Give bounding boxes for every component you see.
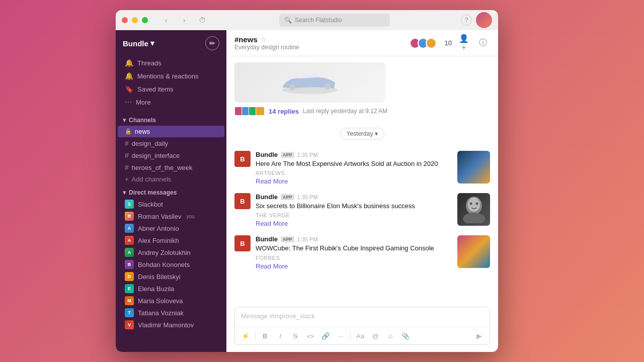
close-button[interactable] — [122, 17, 128, 23]
message-input[interactable] — [235, 307, 490, 325]
bundle-avatar: B — [234, 235, 251, 251]
dm-alex[interactable]: A Alex Fominikh — [118, 234, 224, 246]
shoe-preview-image — [234, 62, 385, 103]
msg-sender: Bundle — [256, 235, 278, 243]
cube-image — [457, 235, 490, 268]
dm-bohdan[interactable]: B Bohdan Kononets — [118, 258, 224, 270]
read-more-link[interactable]: Read More — [256, 262, 452, 270]
sidebar-item-saved[interactable]: 🔖 Saved items — [118, 82, 224, 96]
compose-button[interactable]: ✏ — [205, 36, 219, 50]
tatiana-avatar: T — [125, 308, 134, 317]
emoji-button[interactable]: ☺ — [384, 329, 397, 342]
channels-label: Channels — [129, 117, 156, 124]
maximize-button[interactable] — [142, 17, 148, 23]
app-badge: APP — [281, 194, 294, 200]
attach-button[interactable]: 📎 — [399, 329, 412, 342]
dm-name: Abner Antonio — [138, 225, 179, 232]
help-button[interactable]: ? — [461, 15, 472, 26]
back-button[interactable]: ‹ — [160, 14, 172, 26]
sidebar-item-mentions[interactable]: 🔔 Mentions & reactions — [118, 69, 224, 82]
hash-icon: # — [125, 163, 129, 171]
hash-icon: # — [125, 139, 129, 147]
sidebar-item-design-interface[interactable]: # design_interface — [118, 149, 224, 161]
svg-point-7 — [475, 203, 478, 205]
mentions-icon: 🔔 — [125, 72, 133, 80]
app-badge: APP — [281, 152, 294, 158]
italic-button[interactable]: I — [274, 329, 287, 342]
search-bar: 🔍 Search Flatstudio — [212, 14, 457, 27]
shortcuts-button[interactable]: ⚡ — [239, 329, 252, 342]
star-icon[interactable]: ☆ — [261, 36, 267, 43]
sidebar-item-more[interactable]: ⋯ More — [118, 96, 224, 109]
read-more-link[interactable]: Read More — [256, 220, 452, 227]
sidebar-item-design-daily[interactable]: # design_daily — [118, 137, 224, 149]
bold-button[interactable]: B — [259, 329, 272, 342]
dm-section-header[interactable]: ▾ Direct messages — [116, 185, 226, 198]
sidebar-header: Bundle ▾ ✏ — [116, 30, 226, 54]
you-badge: you — [186, 214, 194, 219]
mention-button[interactable]: @ — [369, 329, 382, 342]
dm-vladimir[interactable]: V Vladimir Mamontov — [118, 319, 224, 331]
header-actions: 10 👤+ ⓘ — [410, 36, 490, 50]
dm-slackbot[interactable]: S Slackbot — [118, 198, 224, 210]
strikethrough-button[interactable]: S — [289, 329, 302, 342]
workspace-name[interactable]: Bundle ▾ — [123, 39, 154, 48]
input-toolbar: ⚡ B I S <> 🔗 ··· Aa @ ☺ 📎 ▶ — [235, 327, 490, 344]
message-header: Bundle APP 1:35 PM — [256, 193, 452, 201]
msg-sender: Bundle — [256, 193, 278, 201]
message-input-box: ⚡ B I S <> 🔗 ··· Aa @ ☺ 📎 ▶ — [234, 307, 490, 345]
sidebar-item-news[interactable]: 🔒 news — [118, 126, 224, 137]
sidebar-item-threads[interactable]: 🔔 Threads — [118, 56, 224, 69]
svg-point-4 — [468, 198, 480, 212]
channel-name: design_interface — [132, 152, 180, 159]
roman-avatar: R — [125, 212, 134, 221]
sidebar-item-label: Saved items — [137, 85, 174, 93]
message-body: Bundle APP 1:35 PM Here Are The Most Exp… — [256, 151, 452, 185]
dm-denis[interactable]: D Denis Biletskyi — [118, 270, 224, 283]
channel-name: #news — [234, 35, 258, 44]
table-row: B Bundle APP 1:35 PM WOWCube: The First … — [226, 230, 498, 273]
dm-name: Bohdan Kononets — [138, 261, 190, 268]
msg-sender: Bundle — [256, 151, 278, 158]
dm-abner[interactable]: A Abner Antonio — [118, 222, 224, 234]
dm-roman[interactable]: R Roman Vasilev you — [118, 210, 224, 222]
date-pill[interactable]: Yesterday ▾ — [340, 128, 385, 140]
dm-andrey[interactable]: A Andrey Zolotukhin — [118, 246, 224, 258]
link-button[interactable]: 🔗 — [319, 329, 332, 342]
minimize-button[interactable] — [132, 17, 138, 23]
user-avatar[interactable] — [476, 12, 492, 28]
format-button[interactable]: Aa — [354, 329, 367, 342]
channel-info-button[interactable]: ⓘ — [476, 36, 490, 50]
lock-icon: 🔒 — [125, 128, 132, 135]
member-avatars — [410, 38, 437, 49]
send-button[interactable]: ▶ — [472, 329, 486, 342]
main-content: #news ☆ Everyday design routine 10 👤+ ⓘ — [226, 30, 498, 352]
chevron-down-icon: ▾ — [375, 130, 378, 137]
dm-maria[interactable]: M Maria Soloveva — [118, 295, 224, 307]
app-body: Bundle ▾ ✏ 🔔 Threads 🔔 Mentions & reacti… — [116, 30, 498, 352]
search-input[interactable]: 🔍 Search Flatstudio — [279, 14, 390, 27]
add-channel-button[interactable]: + Add channels — [118, 173, 224, 185]
toolbar-divider — [350, 331, 351, 340]
maria-avatar: M — [125, 296, 134, 305]
svg-point-1 — [289, 84, 295, 90]
channels-section-header[interactable]: ▾ Channels — [116, 113, 226, 126]
read-more-link[interactable]: Read More — [256, 177, 452, 185]
msg-source: ARTNEWS — [256, 170, 452, 176]
add-member-button[interactable]: 👤+ — [457, 36, 471, 50]
sidebar-item-heroes[interactable]: # heroes_of_the_week — [118, 161, 224, 173]
input-area: ⚡ B I S <> 🔗 ··· Aa @ ☺ 📎 ▶ — [226, 302, 498, 352]
dm-name: Vladimir Mamontov — [138, 321, 194, 329]
forward-button[interactable]: › — [178, 14, 190, 26]
dm-tatiana[interactable]: T Tatiana Vozniak — [118, 307, 224, 319]
channel-title-area: #news ☆ Everyday design routine — [234, 35, 404, 51]
abner-avatar: A — [125, 224, 134, 233]
replies-count[interactable]: 14 replies — [269, 108, 299, 115]
history-button[interactable]: ⏱ — [196, 14, 208, 26]
dm-elena[interactable]: E Elena Buzila — [118, 283, 224, 295]
more-format-button[interactable]: ··· — [334, 329, 347, 342]
code-button[interactable]: <> — [304, 329, 317, 342]
chevron-down-icon: ▾ — [150, 39, 154, 48]
messages-area: 14 replies Last reply yesterday at 9:12 … — [226, 56, 498, 302]
message-header: Bundle APP 1:35 PM — [256, 151, 452, 158]
